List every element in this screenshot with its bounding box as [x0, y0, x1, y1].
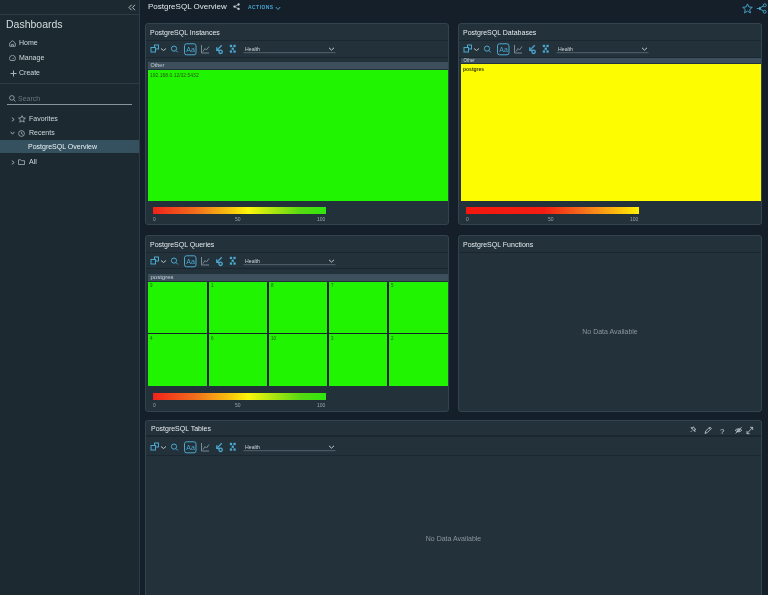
- svg-text:?: ?: [720, 426, 725, 435]
